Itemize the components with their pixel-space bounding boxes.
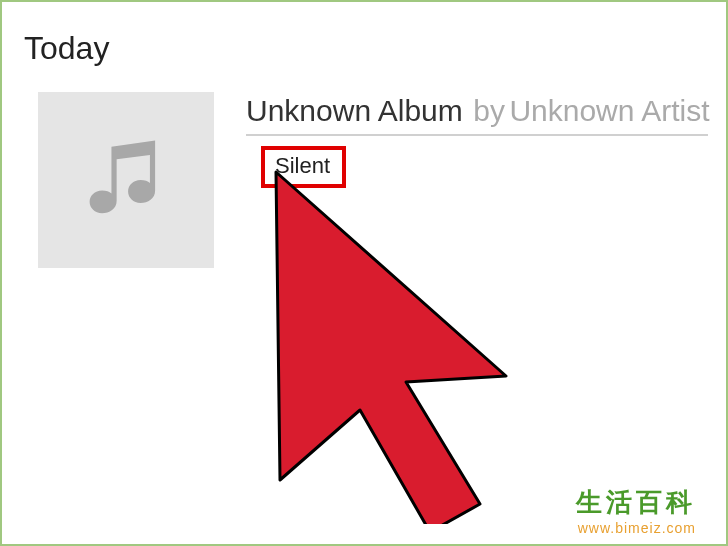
album-title[interactable]: Unknown Album [246,94,463,127]
track-highlight: Silent [261,146,346,188]
app-window: Today Unknown Album by Unknown Artist Si… [2,2,726,544]
album-art-placeholder[interactable] [38,92,214,268]
watermark-url: www.bimeiz.com [576,520,696,536]
cursor-arrow-icon [246,164,546,524]
section-title: Today [24,30,109,67]
by-label: by [473,94,505,127]
music-note-icon [74,128,178,232]
watermark-title: 生活百科 [576,485,696,520]
album-header: Unknown Album by Unknown Artist [246,94,708,136]
album-artist[interactable]: Unknown Artist [509,94,709,127]
watermark: 生活百科 www.bimeiz.com [576,485,696,536]
track-name[interactable]: Silent [275,153,330,178]
